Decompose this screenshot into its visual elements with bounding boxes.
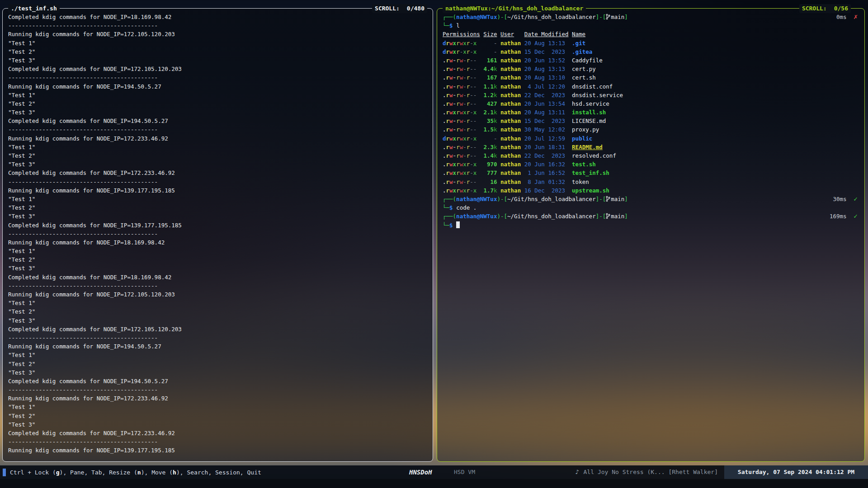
output-line: Running kdig commands for NODE_IP=172.23…: [8, 394, 426, 403]
song-title: All Joy No Stress (K... [Rhett Walker]: [584, 469, 718, 475]
output-line: ----------------------------------------…: [8, 282, 426, 290]
prompt-left: ┌──(nathan@NWTux)-[~/Git/hns_doh_loadbal…: [443, 212, 628, 221]
output-line: "Test 2": [8, 47, 426, 56]
output-line: ----------------------------------------…: [8, 437, 426, 446]
output-line: Running kdig commands for NODE_IP=172.23…: [8, 134, 426, 143]
output-line: ----------------------------------------…: [8, 385, 426, 394]
keybind-text: Quit: [247, 469, 261, 476]
output-line: Completed kdig commands for NODE_IP=172.…: [8, 65, 426, 73]
file-row: drwxrwxr-x - nathan 20 Aug 13:13 .git: [443, 39, 858, 47]
pane-test-inf-script[interactable]: ./test_inf.sh SCROLL:0/480 Completed kdi…: [2, 8, 433, 462]
output-line: ----------------------------------------…: [8, 178, 426, 186]
keybind-text: ),: [60, 469, 70, 476]
keybind-text: ),: [141, 469, 151, 476]
file-name: test_inf.sh: [572, 169, 609, 176]
output-line: Completed kdig commands for NODE_IP=172.…: [8, 429, 426, 437]
output-line: "Test 2": [8, 255, 426, 264]
command-line-current[interactable]: └─$: [443, 221, 858, 230]
keybind-text: n: [137, 469, 141, 476]
command-failed-icon: ✗: [854, 14, 858, 20]
output-line: Running kdig commands for NODE_IP=172.10…: [8, 30, 426, 38]
file-row: .rw-rw-r-- 1.4k nathan 22 Dec 2023 resol…: [443, 151, 858, 160]
keybind-text: Tab: [91, 469, 102, 476]
command-success-icon: ✓: [854, 213, 858, 220]
file-name: .git: [572, 40, 585, 47]
clock: Saturday, 07 Sep 2024 04:01:12 PM: [724, 465, 868, 479]
file-name: .gitea: [572, 48, 592, 55]
output-line: Completed kdig commands for NODE_IP=18.1…: [8, 273, 426, 282]
git-branch-icon: [606, 213, 610, 221]
keybind-text: ,: [208, 469, 215, 476]
output-line: Running kdig commands for NODE_IP=172.10…: [8, 290, 426, 299]
file-row: .rwxrwxr-x 2.1k nathan 20 Aug 13:11 inst…: [443, 108, 858, 117]
output-line: Completed kdig commands for NODE_IP=194.…: [8, 117, 426, 125]
file-row: .rw-rw-r-- 427 nathan 20 Jun 13:54 hsd.s…: [443, 99, 858, 108]
zellij-status-bar: Ctrl + Lock (g), Pane, Tab, Resize (n), …: [0, 465, 868, 479]
terminal-cursor: [456, 221, 460, 228]
output-line: "Test 2": [8, 360, 426, 368]
music-note-icon: ♪: [575, 469, 579, 475]
keybind-text: Search: [187, 469, 208, 476]
prompt-user-host: nathan@NWTux: [456, 213, 497, 220]
output-line: "Test 1": [8, 351, 426, 359]
output-line: Completed kdig commands for NODE_IP=18.1…: [8, 13, 426, 21]
file-name: dnsdist.service: [572, 92, 623, 99]
file-name: resolved.conf: [572, 152, 616, 159]
keybind-text: Lock (: [35, 469, 56, 476]
file-name: hsd.service: [572, 100, 609, 107]
output-line: "Test 2": [8, 99, 426, 108]
file-name: token: [572, 178, 589, 185]
prompt-line: ┌──(nathan@NWTux)-[~/Git/hns_doh_loadbal…: [443, 13, 858, 21]
column-header: Permissions: [443, 31, 480, 38]
hnsdoh-label: HNSDoH: [409, 465, 432, 479]
command-duration: 30ms: [833, 196, 846, 202]
command-duration: 169ms: [830, 213, 847, 220]
keybind-hints: Ctrl + Lock (g), Pane, Tab, Resize (n), …: [3, 465, 261, 479]
output-line: Completed kdig commands for NODE_IP=172.…: [8, 325, 426, 333]
output-line: Running kdig commands for NODE_IP=139.17…: [8, 446, 426, 455]
output-line: "Test 1": [8, 143, 426, 151]
output-line: ----------------------------------------…: [8, 230, 426, 238]
file-row: .rw-rw-r-- 167 nathan 20 Aug 13:10 cert.…: [443, 73, 858, 82]
command-status: 30ms✓: [833, 195, 858, 203]
prompt-git-branch: main: [611, 14, 624, 20]
file-row: .rw-rw-r-- 1.1k nathan 4 Jul 12:20 dnsdi…: [443, 82, 858, 91]
file-row: .rw-rw-r-- 161 nathan 20 Jun 13:52 Caddy…: [443, 56, 858, 65]
output-line: Running kdig commands for NODE_IP=194.50…: [8, 342, 426, 351]
command-status: 169ms✓: [830, 212, 858, 221]
mode-indicator-block: [3, 469, 6, 476]
output-line: ----------------------------------------…: [8, 333, 426, 342]
file-name: upstream.sh: [572, 187, 609, 194]
column-header: Size: [483, 31, 497, 38]
output-line: Completed kdig commands for NODE_IP=172.…: [8, 169, 426, 177]
git-branch-icon: [606, 14, 610, 22]
file-row: .rw-rw-r-- 35k nathan 15 Dec 2023 LICENS…: [443, 117, 858, 125]
right-pane-output: ┌──(nathan@NWTux)-[~/Git/hns_doh_loadbal…: [437, 9, 864, 461]
output-line: "Test 3": [8, 264, 426, 272]
file-name: README.md: [572, 144, 603, 150]
bottom-strip: [0, 479, 868, 488]
output-line: "Test 1": [8, 247, 426, 255]
output-line: "Test 3": [8, 420, 426, 429]
pane-shell[interactable]: nathan@NWTux:~/Git/hns_doh_loadbalancer …: [437, 8, 865, 462]
prompt-symbol: $: [449, 22, 453, 29]
output-line: "Test 2": [8, 203, 426, 212]
keybind-text: ,: [84, 469, 91, 476]
output-line: ----------------------------------------…: [8, 73, 426, 82]
column-header: User: [500, 31, 514, 38]
prompt-path: ~/Git/hns_doh_loadbalancer: [507, 213, 596, 220]
vm-label: HSD VM: [454, 465, 475, 479]
keybind-text: Resize (: [109, 469, 137, 476]
file-row: .rw-rw-r-- 16 nathan 8 Jan 01:32 token: [443, 178, 858, 186]
file-row: .rw-rw-r-- 4.4k nathan 20 Aug 13:13 cert…: [443, 65, 858, 73]
file-name: Caddyfile: [572, 57, 603, 64]
file-name: cert.sh: [572, 74, 596, 81]
output-line: "Test 3": [8, 108, 426, 117]
git-branch-icon: [606, 196, 610, 204]
output-line: "Test 1": [8, 195, 426, 203]
output-line: "Test 3": [8, 316, 426, 325]
output-line: "Test 1": [8, 39, 426, 47]
prompt-user-host: nathan@NWTux: [456, 14, 497, 20]
keybind-text: Move (: [151, 469, 173, 476]
file-name: cert.py: [572, 66, 596, 72]
